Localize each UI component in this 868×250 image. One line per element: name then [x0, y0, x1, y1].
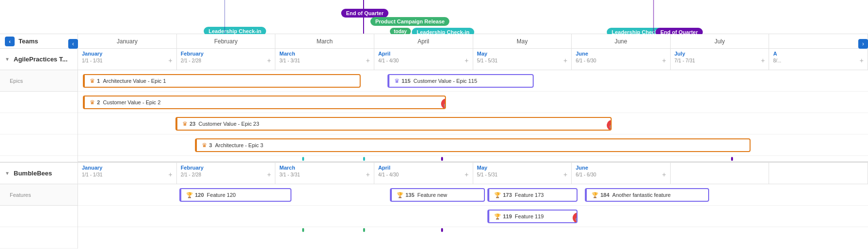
add-jan-button[interactable]: + [168, 57, 172, 64]
epic-row-3: ♛ 3 Architecture - Epic 3 [78, 135, 868, 156]
agile-feb-cell: February 2/1 - 2/28 + [177, 49, 276, 70]
epic-row-1: ♛ 2 Customer Value - Epic 2 🔗 [78, 92, 868, 113]
bb-indicator-row [78, 227, 868, 233]
bb-may-cell: May 5/1 - 5/31 + [473, 163, 572, 184]
trophy-icon-120: 🏆 [186, 192, 193, 198]
epic-row-2: ♛ 23 Customer Value - Epic 23 🔗 [78, 113, 868, 135]
bb-feb-cell: February 2/1 - 2/28 + [177, 163, 276, 184]
collapse-teams-button[interactable]: ‹ [5, 37, 15, 46]
epic-left-spacer-2 [0, 113, 77, 135]
month-january: January [78, 34, 177, 48]
bumblebees-type: Features [0, 184, 77, 206]
month-march: March [275, 34, 374, 48]
trophy-icon-184: 🏆 [592, 192, 598, 198]
collapse-bumblebees-icon[interactable]: ▼ [4, 170, 11, 177]
agile-mar-cell: March 3/1 - 3/31 + [275, 49, 374, 70]
epic-23-bar[interactable]: ♛ 23 Customer Value - Epic 23 🔗 [175, 117, 612, 131]
trophy-icon-135: 🏆 [397, 192, 404, 198]
milestone-dot-4 [731, 157, 733, 161]
link-icon-2: 🔗 [441, 98, 446, 109]
epic-115-bar[interactable]: ♛ 115 Customer Value - Epic 115 [387, 74, 534, 88]
agile-apr-cell: April 4/1 - 4/30 + [374, 49, 473, 70]
crown-icon-3: ♛ [202, 142, 207, 149]
trophy-icon-119: 🏆 [494, 213, 501, 220]
nav-left-button[interactable]: ‹ [68, 39, 78, 49]
teams-header: ‹ Teams [0, 34, 78, 48]
trophy-icon-173: 🏆 [494, 192, 501, 198]
team-right-agilepractices: January 1/1 - 1/31 + February 2/1 - 2/28… [78, 49, 868, 162]
agile-jun-cell: June 6/1 - 6/30 + [572, 49, 671, 70]
epic-2-bar[interactable]: ♛ 2 Customer Value - Epic 2 🔗 [83, 96, 446, 109]
feature-row-1: 🏆 119 Feature 119 🔗 [78, 206, 868, 227]
epic-3-bar[interactable]: ♛ 3 Architecture - Epic 3 [195, 138, 751, 152]
feature-135-bar[interactable]: 🏆 135 Feature new [390, 188, 485, 202]
bb-add-jun-button[interactable]: + [662, 171, 666, 178]
add-jun-button[interactable]: + [662, 57, 666, 64]
add-jul-button[interactable]: + [761, 57, 765, 64]
indicator-row [78, 156, 868, 162]
crown-icon-115: ♛ [394, 77, 400, 84]
epic-1-bar[interactable]: ♛ 1 Architecture Value - Epic 1 [83, 74, 361, 88]
timeline-container: End of Quarter Leadership Check-in Produ… [0, 0, 868, 250]
epic-row-0: ♛ 1 Architecture Value - Epic 1 ♛ 115 Cu… [78, 70, 868, 92]
link-icon-119: 🔗 [573, 212, 578, 223]
feature-119-bar[interactable]: 🏆 119 Feature 119 🔗 [487, 210, 578, 223]
bb-jan-cell: January 1/1 - 1/31 + [78, 163, 177, 184]
agile-may-cell: May 5/1 - 5/31 + [473, 49, 572, 70]
add-aug-button[interactable]: + [860, 57, 864, 64]
bb-milestone-dot-3 [441, 228, 443, 232]
epics-area: ♛ 1 Architecture Value - Epic 1 ♛ 115 Cu… [78, 70, 868, 162]
product-campaign-label: Product Campaign Release [370, 17, 449, 26]
milestone-dot-1 [302, 157, 304, 161]
team-agilepractices: ▼ AgilePractices T... Epics January [0, 49, 868, 163]
add-mar-button[interactable]: + [366, 57, 370, 64]
bb-jun-cell: June 6/1 - 6/30 + [572, 163, 671, 184]
add-may-button[interactable]: + [563, 57, 567, 64]
agile-aug-cell: A 8/... + [769, 49, 868, 70]
feature-173-bar[interactable]: 🏆 173 Feature 173 [487, 188, 578, 202]
feature-120-bar[interactable]: 🏆 120 Feature 120 [179, 188, 291, 202]
teams-label: Teams [19, 38, 38, 45]
end-of-quarter-vline-2 [653, 0, 654, 34]
features-area: 🏆 120 Feature 120 🏆 135 Feature new [78, 184, 868, 233]
milestone-row: End of Quarter Leadership Check-in Produ… [0, 0, 868, 34]
bb-add-apr-button[interactable]: + [464, 171, 468, 178]
end-of-quarter-label-1: End of Quarter [341, 9, 388, 18]
bumblebees-month-row: January 1/1 - 1/31 + February 2/1 - 2/28… [78, 163, 868, 184]
agilepractices-team-name[interactable]: AgilePractices T... [14, 56, 68, 63]
month-july: July [671, 34, 770, 48]
month-aug [769, 34, 868, 48]
crown-icon-23: ♛ [182, 120, 188, 127]
feature-row-0: 🏆 120 Feature 120 🏆 135 Feature new [78, 184, 868, 206]
bumblebees-team-name[interactable]: BumbleBees [14, 170, 52, 177]
crown-icon-1: ♛ [90, 77, 95, 84]
team-right-bumblebees: January 1/1 - 1/31 + February 2/1 - 2/28… [78, 163, 868, 249]
month-may: May [473, 34, 572, 48]
bb-add-feb-button[interactable]: + [267, 171, 271, 178]
bb-add-may-button[interactable]: + [563, 171, 567, 178]
collapse-agilepractices-icon[interactable]: ▼ [4, 56, 11, 63]
agilepractices-month-row: January 1/1 - 1/31 + February 2/1 - 2/28… [78, 49, 868, 70]
bb-apr-cell: April 4/1 - 4/30 + [374, 163, 473, 184]
epic-left-spacer-1 [0, 92, 77, 113]
bb-aug-cell [769, 163, 868, 184]
team-agilepractices-header: ▼ AgilePractices T... [0, 49, 77, 70]
bb-jul-cell [671, 163, 770, 184]
epic-left-spacer-3 [0, 135, 77, 156]
link-icon-23: 🔗 [607, 120, 612, 131]
crown-icon-2: ♛ [90, 99, 95, 106]
month-header-row: ‹ Teams January February March April May… [0, 34, 868, 49]
feature-left-spacer-2 [0, 227, 77, 249]
nav-right-button[interactable]: › [858, 39, 868, 49]
month-february: February [177, 34, 276, 48]
feature-184-bar[interactable]: 🏆 184 Another fantastic feature [585, 188, 709, 202]
add-feb-button[interactable]: + [267, 57, 271, 64]
team-left-bumblebees: ▼ BumbleBees Features [0, 163, 78, 249]
bb-add-mar-button[interactable]: + [366, 171, 370, 178]
content-area: ▼ AgilePractices T... Epics January [0, 49, 868, 250]
leadership-vline-1 [224, 0, 225, 34]
bb-milestone-dot-1 [302, 228, 304, 232]
agile-jan-cell: January 1/1 - 1/31 + [78, 49, 177, 70]
add-apr-button[interactable]: + [464, 57, 468, 64]
bb-add-jan-button[interactable]: + [168, 171, 172, 178]
